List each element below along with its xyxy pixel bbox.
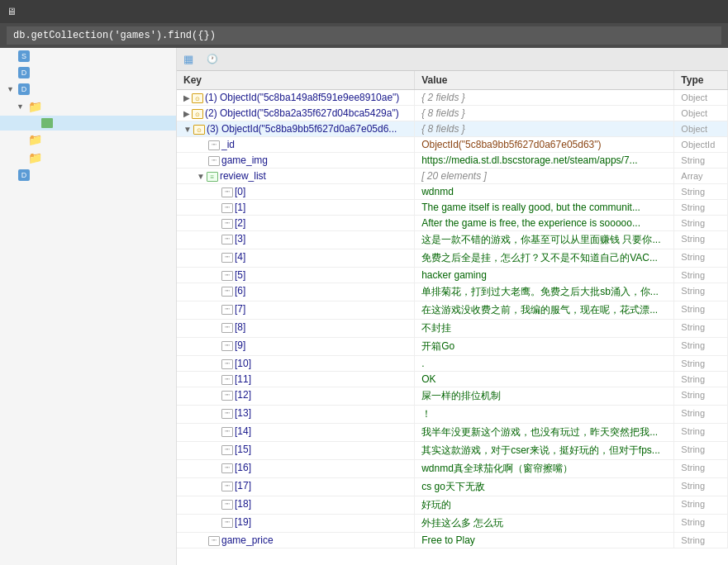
table-row[interactable]: ""[0]wdnmdString <box>177 184 728 200</box>
type-text: String <box>681 234 705 244</box>
table-row[interactable]: ▶⊙(2) ObjectId("5c8ba2a35f627d04bca5429a… <box>177 106 728 121</box>
str-icon: "" <box>221 445 233 455</box>
expand-btn[interactable]: ▶ <box>183 109 190 118</box>
table-row[interactable]: ""[9]开箱GoString <box>177 338 728 356</box>
table-row[interactable]: ""[19]外挂这么多 怎么玩String <box>177 515 728 533</box>
str-icon: "" <box>221 253 233 263</box>
type-text: String <box>681 187 705 197</box>
clock-icon: 🕐 <box>207 54 218 64</box>
cell-type: Array <box>674 169 728 184</box>
type-text: ObjectId <box>681 140 715 150</box>
value-text: 其实这款游戏，对于cser来说，挺好玩的，但对于fps... <box>421 444 660 456</box>
query-input[interactable] <box>7 26 721 45</box>
cell-key: ""[13] <box>177 406 415 424</box>
table-row[interactable]: ""[8]不封挂String <box>177 320 728 338</box>
expand-btn[interactable]: ▼ <box>183 125 192 134</box>
table-row[interactable]: ""game_priceFree to PlayString <box>177 533 728 548</box>
value-text: Free to Play <box>421 534 475 546</box>
type-text: String <box>681 535 705 545</box>
cell-key: ""[16] <box>177 460 415 478</box>
table-row[interactable]: ""[2]After the game is free, the experie… <box>177 216 728 231</box>
sidebar-item-users[interactable]: 📁 <box>0 149 176 167</box>
content-area: ▦ 🕐 Key Value Type ▶⊙(1) ObjectId("5c8ba… <box>177 48 728 565</box>
key-text: [13] <box>235 407 251 419</box>
value-text: hacker gaming <box>421 269 487 281</box>
table-row[interactable]: ▼≡review_list[ 20 elements ]Array <box>177 169 728 184</box>
sidebar-item-games[interactable] <box>0 116 176 131</box>
table-row[interactable]: ""[11]OKString <box>177 372 728 387</box>
table-row[interactable]: ▶⊙(1) ObjectId("5c8ba149a8f591e9ee8910ae… <box>177 90 728 106</box>
sidebar-item-sum[interactable]: S <box>0 48 176 64</box>
cell-value: { 2 fields } <box>415 90 674 106</box>
expand-btn[interactable]: ▶ <box>183 93 190 102</box>
table-row[interactable]: ""[4]免费之后全是挂，怎么打？又不是不知道自己的VAC...String <box>177 249 728 268</box>
table-row[interactable]: ""[15]其实这款游戏，对于cser来说，挺好玩的，但对于fps...Stri… <box>177 442 728 460</box>
table-row[interactable]: ""[6]单排菊花，打到过大老鹰。免费之后大批sb涌入，你...String <box>177 283 728 301</box>
key-text: [8] <box>235 321 245 333</box>
value-text: 不封挂 <box>421 322 451 334</box>
key-text: [14] <box>235 425 251 437</box>
table-row[interactable]: ""[18]好玩的String <box>177 496 728 515</box>
sidebar-item-collections[interactable]: ▼ 📁 <box>0 97 176 116</box>
key-text: review_list <box>220 170 266 182</box>
table-row[interactable]: ""[7]在这游戏没收费之前，我编的服气，现在呢，花式漂...String <box>177 301 728 320</box>
type-text: String <box>681 155 705 165</box>
cell-value: OK <box>415 372 674 387</box>
type-text: Object <box>681 124 707 134</box>
value-text: 这是一款不错的游戏，你基至可以从里面赚钱 只要你... <box>421 234 660 245</box>
key-text: [5] <box>235 269 245 281</box>
key-text: [16] <box>235 462 251 473</box>
cell-type: String <box>674 387 728 406</box>
str-icon: "" <box>221 518 233 528</box>
table-row[interactable]: ""game_imghttps://media.st.dl.bscstorage… <box>177 153 728 169</box>
table-row[interactable]: ""[1]The game itself is really good, but… <box>177 200 728 216</box>
value-text: 好玩的 <box>421 499 451 510</box>
expand-btn[interactable]: ▼ <box>197 172 205 181</box>
str-icon: "" <box>221 482 233 491</box>
sidebar-item-steam[interactable]: ▼ D <box>0 81 176 97</box>
table-row[interactable]: ""_idObjectId("5c8ba9bb5f627d0a67e05d63"… <box>177 137 728 153</box>
table-row[interactable]: ""[17]cs go天下无敌String <box>177 478 728 496</box>
cell-key: ""[4] <box>177 249 415 268</box>
cell-type: Object <box>674 90 728 106</box>
str-icon: "" <box>208 536 220 546</box>
table-row[interactable]: ""[10].String <box>177 356 728 372</box>
table-row[interactable]: ▼⊙(3) ObjectId("5c8ba9bb5f627d0a67e05d6.… <box>177 121 728 137</box>
value-text: wdnmd <box>421 186 454 197</box>
str-icon: "" <box>208 156 220 166</box>
value-text: { 8 fields } <box>421 107 465 119</box>
cell-value: wdnmd真全球茄化啊（窗帘擦嘴） <box>415 460 674 478</box>
db-icon: D <box>18 67 30 78</box>
col-header-value: Value <box>415 71 674 90</box>
table-row[interactable]: ""[5]hacker gamingString <box>177 268 728 283</box>
db-icon: S <box>18 50 30 62</box>
cell-value: https://media.st.dl.bscstorage.net/steam… <box>415 153 674 169</box>
cell-key: ""[1] <box>177 200 415 216</box>
table-row[interactable]: ""[13]！String <box>177 406 728 424</box>
cell-type: String <box>674 424 728 442</box>
cell-key: ""game_price <box>177 533 415 548</box>
cell-type: String <box>674 406 728 424</box>
str-icon: "" <box>221 427 233 437</box>
table-row[interactable]: ""[16]wdnmd真全球茄化啊（窗帘擦嘴）String <box>177 460 728 478</box>
table-row[interactable]: ""[12]屎一样的排位机制String <box>177 387 728 406</box>
sidebar-item-db01[interactable]: D <box>0 64 176 81</box>
type-text: String <box>681 463 705 472</box>
type-text: Object <box>681 93 707 102</box>
cell-key: ▶⊙(1) ObjectId("5c8ba149a8f591e9ee8910ae… <box>177 90 415 106</box>
array-icon: ≡ <box>207 172 218 182</box>
table-row[interactable]: ""[3]这是一款不错的游戏，你基至可以从里面赚钱 只要你...String <box>177 231 728 249</box>
value-text: ObjectId("5c8ba9bb5f627d0a67e05d63") <box>421 139 601 150</box>
value-text: { 2 fields } <box>421 92 465 103</box>
sidebar-item-test[interactable]: D <box>0 167 176 183</box>
cell-type: String <box>674 372 728 387</box>
cell-key: ""[19] <box>177 515 415 533</box>
oid-icon: ⊙ <box>193 125 205 135</box>
sidebar-item-functions[interactable]: 📁 <box>0 131 176 149</box>
cell-value: ！ <box>415 406 674 424</box>
cell-value: After the game is free, the experience i… <box>415 216 674 231</box>
main-layout: S D ▼ D ▼ 📁 📁 <box>0 48 728 565</box>
cell-key: ""[14] <box>177 424 415 442</box>
cell-value: 单排菊花，打到过大老鹰。免费之后大批sb涌入，你... <box>415 283 674 301</box>
table-row[interactable]: ""[14]我半年没更新这个游戏，也没有玩过，昨天突然把我...String <box>177 424 728 442</box>
